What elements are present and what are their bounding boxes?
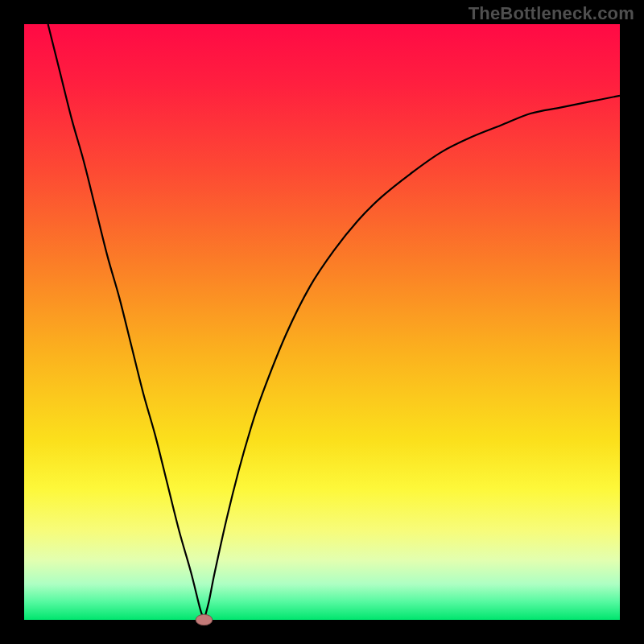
watermark-text: TheBottleneck.com: [469, 3, 634, 24]
chart-frame: TheBottleneck.com: [0, 0, 644, 644]
minimum-marker: [196, 614, 213, 625]
bottleneck-chart: [0, 0, 644, 644]
